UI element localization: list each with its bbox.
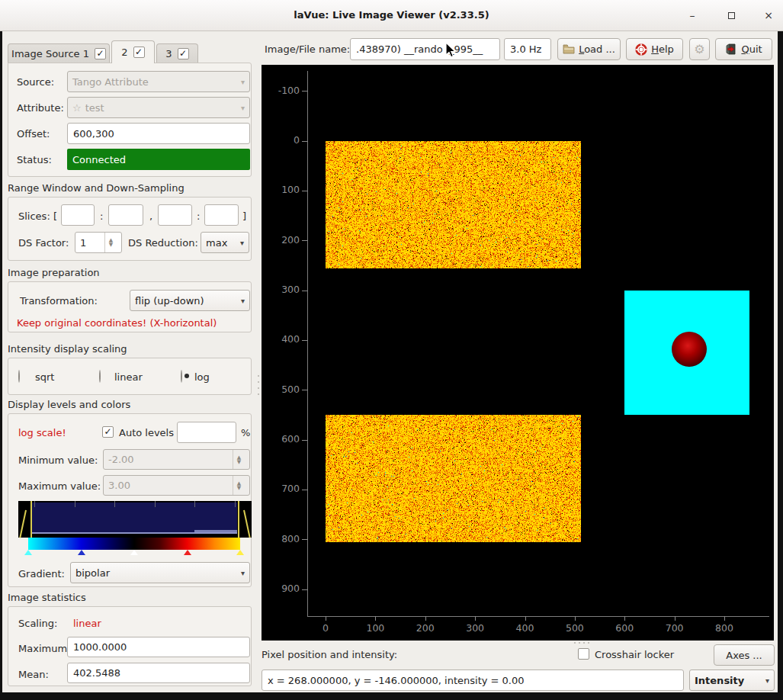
gradient-tick-marker[interactable] [78,550,85,555]
y-tick [302,191,308,191]
y-axis-line [307,71,308,617]
stats-maximum-input[interactable] [67,637,250,657]
minimize-button[interactable]: – [683,8,701,24]
tab-image-source-1[interactable]: Image Source 1 [8,43,110,63]
x-tick [425,616,426,621]
spinner-arrows-icon[interactable]: ▲▼ [233,476,245,495]
stats-maximum-label: Maximum: [18,643,70,654]
tab-image-source-2[interactable]: 2 [111,40,155,63]
spinner-arrows-icon[interactable]: ▲▼ [104,233,117,252]
slices-label: Slices: [ [18,210,57,222]
gradient-tick-marker[interactable] [236,550,244,555]
histogram-axis-tick [34,501,35,507]
load-button[interactable]: Load ... [557,38,621,60]
range-section-title: Range Window and Down-Sampling [8,182,185,194]
slice-end2-input[interactable] [204,204,239,226]
splitter-handle-dot[interactable] [579,642,580,644]
region-handle-right[interactable] [238,501,239,538]
histogram-widget[interactable] [18,501,252,554]
y-tick [302,141,308,142]
splitter-handle-dot[interactable] [258,375,259,377]
channel-value: Intensity [695,675,744,686]
quit-button[interactable]: Quit [715,38,772,60]
file-name-input[interactable] [350,38,500,60]
y-tick-label: 600 [263,433,300,445]
log-scale-note: log scale! [18,427,66,438]
load-button-label: Load ... [579,43,615,55]
refresh-rate-input[interactable] [504,38,551,60]
splitter-handle-dot[interactable] [574,642,576,644]
maximum-value-spinner[interactable]: 3.00 ▲▼ [103,475,250,496]
transformation-combo[interactable]: flip (up-down)▾ [130,290,250,311]
channel-combo[interactable]: Intensity▾ [689,669,775,691]
attribute-combo[interactable]: ☆ test▾ [67,97,250,118]
crosshair-locker-checkbox[interactable] [578,648,589,660]
x-tick-label: 200 [409,622,442,634]
histogram-axis-tick [114,501,115,507]
close-button[interactable]: × [759,8,778,24]
gear-icon: ⚙ [694,42,704,56]
splitter-handle-dot[interactable] [258,393,259,395]
slice-start1-input[interactable] [61,204,95,226]
gradient-tick-marker[interactable] [24,550,32,555]
settings-button[interactable]: ⚙ [689,38,710,60]
splitter-handle-dot[interactable] [258,387,259,389]
tab-image-source-3[interactable]: 3 [156,43,198,63]
y-tick [302,91,308,92]
x-tick [375,616,376,621]
tab-1-checkbox[interactable] [95,48,106,59]
test-image [624,291,749,415]
help-button[interactable]: Help [626,38,683,60]
chevron-down-icon: ▾ [241,569,245,577]
crosshair-locker-label: Crosshair locker [595,649,674,660]
y-tick-label: 100 [263,184,300,195]
maximize-button[interactable] [723,8,741,24]
radio-sqrt[interactable] [18,370,20,383]
y-tick-label: 700 [263,483,300,494]
ds-factor-spinner[interactable]: 1 ▲▼ [75,232,122,253]
x-tick-label: 400 [509,622,542,634]
region-handle-left[interactable] [30,501,32,538]
folder-icon [563,44,575,54]
chevron-down-icon: ▾ [765,676,769,685]
auto-levels-checkbox[interactable] [102,426,114,438]
spinner-arrows-icon[interactable]: ▲▼ [233,450,245,469]
gradient-bar[interactable] [28,538,240,550]
auto-levels-label: Auto levels [119,427,174,438]
x-tick-label: 700 [658,622,692,634]
splitter-handle-dot[interactable] [588,642,589,644]
chevron-down-icon: ▾ [240,239,244,247]
axes-button[interactable]: Axes ... [714,644,775,666]
tab-3-checkbox[interactable] [178,48,189,59]
transformation-value: flip (up-down) [135,295,204,307]
radio-linear[interactable] [99,370,101,383]
y-tick-label: 300 [263,284,300,295]
tab-2-checkbox[interactable] [133,47,145,58]
scaling-section-title: Intensity display scaling [8,343,127,355]
region-flag-left [19,510,26,538]
quit-button-label: Quit [741,43,762,55]
y-tick [302,291,308,291]
ds-reduction-combo[interactable]: max▾ [201,232,249,253]
splitter-handle-dot[interactable] [258,381,259,383]
tab-2-label: 2 [121,47,127,58]
offset-input[interactable] [67,123,250,144]
slice-start2-input[interactable] [158,204,192,226]
x-tick [575,616,576,621]
stats-mean-input[interactable] [67,663,250,683]
auto-levels-percent-input[interactable] [177,422,236,443]
gradient-combo[interactable]: bipolar▾ [70,562,250,583]
ds-factor-value: 1 [80,237,86,249]
slice-end1-input[interactable] [108,204,143,226]
pixel-position-input[interactable] [262,669,684,691]
gradient-tick-marker[interactable] [184,550,191,555]
source-combo[interactable]: Tango Attribute▾ [67,71,250,92]
plot-area[interactable]: -100010020030040050060070080090001002003… [262,65,774,641]
splitter-handle-dot[interactable] [583,642,585,644]
gradient-tick-marker[interactable] [130,550,138,555]
minimum-value-spinner[interactable]: -2.00 ▲▼ [103,449,250,470]
radio-log[interactable] [181,370,182,383]
y-tick-label: 800 [263,533,300,544]
x-tick-label: 800 [708,622,741,634]
slice-sep1: : [100,210,103,222]
